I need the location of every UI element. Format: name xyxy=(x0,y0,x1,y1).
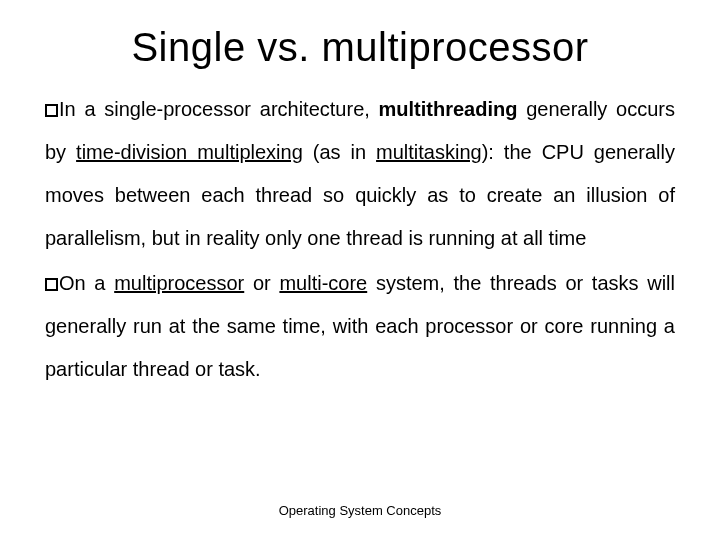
bullet-paragraph-1: In a single-processor architecture, mult… xyxy=(45,88,675,260)
square-bullet-icon xyxy=(45,278,58,291)
text-run: On a xyxy=(59,272,114,294)
square-bullet-icon xyxy=(45,104,58,117)
slide: Single vs. multiprocessor In a single-pr… xyxy=(0,0,720,540)
slide-title: Single vs. multiprocessor xyxy=(45,25,675,70)
text-run: (as in xyxy=(303,141,376,163)
link-time-division-multiplexing[interactable]: time-division multiplexing xyxy=(76,141,303,163)
link-multi-core[interactable]: multi-core xyxy=(279,272,367,294)
link-multitasking[interactable]: multitasking xyxy=(376,141,482,163)
slide-footer: Operating System Concepts xyxy=(45,503,675,518)
text-run: In a single-processor architecture, xyxy=(59,98,379,120)
text-run: or xyxy=(244,272,279,294)
slide-body: In a single-processor architecture, mult… xyxy=(45,88,675,393)
bullet-paragraph-2: On a multiprocessor or multi-core system… xyxy=(45,262,675,391)
link-multiprocessor[interactable]: multiprocessor xyxy=(114,272,244,294)
text-bold: multithreading xyxy=(379,98,518,120)
